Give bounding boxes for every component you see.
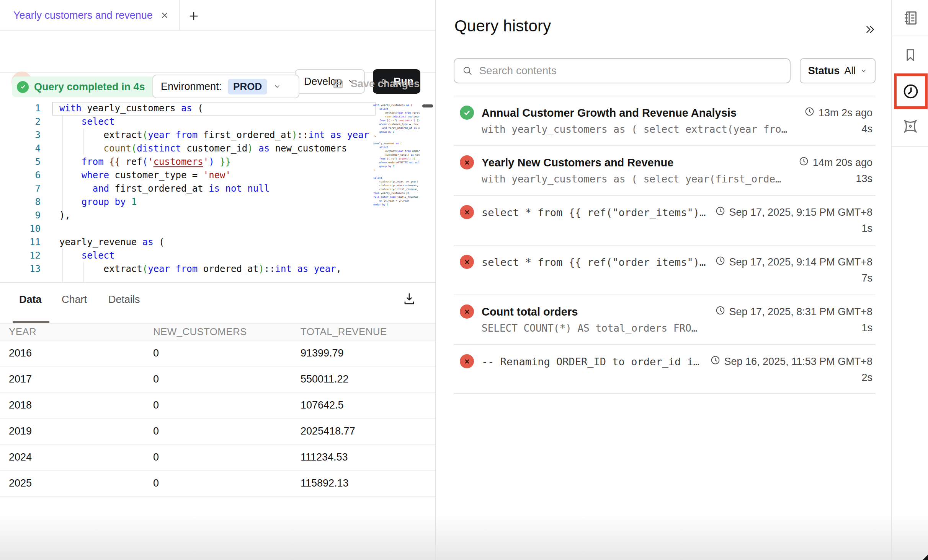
table-row: 20170550011.22 — [0, 366, 435, 392]
query-status-badge: Query completed in 4s — [12, 77, 155, 97]
table-row: 201902025418.77 — [0, 418, 435, 444]
notebook-icon[interactable] — [892, 8, 928, 28]
history-item-title: Count total orders — [482, 306, 715, 318]
scrollbar-thumb[interactable] — [422, 104, 433, 107]
history-item[interactable]: select * from {{ ref("order_items")…Sep … — [454, 245, 876, 295]
download-results-button[interactable] — [400, 290, 418, 308]
query-history-title: Query history — [454, 17, 551, 35]
table-cell: 107642.5 — [301, 399, 435, 411]
history-item-time: 13m 2s ago — [804, 106, 872, 119]
history-item-title: select * from {{ ref("order_items")… — [482, 256, 715, 268]
code-lines: with yearly_customers as ( select extrac… — [59, 102, 372, 276]
status-filter-label: Status — [808, 65, 840, 77]
table-cell: 0 — [153, 373, 301, 385]
history-item-row2: 2s — [482, 372, 872, 384]
query-history-rail-button[interactable] — [894, 73, 928, 109]
clock-icon — [715, 256, 725, 269]
query-history-panel: Query history Status All Annual Customer… — [435, 0, 891, 560]
rail-divider — [892, 146, 928, 147]
history-item-snippet: with yearly_customers as ( select extrac… — [482, 124, 861, 135]
history-item-row2: 1s — [482, 223, 872, 234]
tab-yearly-customers-and-revenue[interactable]: Yearly customers and revenue — [0, 0, 180, 31]
environment-select[interactable]: Environment: PROD — [152, 75, 299, 98]
history-item-row2: with yearly_customers as ( select extrac… — [482, 123, 872, 135]
sql-code-editor[interactable]: 12345678910111213 with yearly_customers … — [0, 100, 435, 283]
time-text: Sep 17, 2025, 9:14 PM GMT+8 — [729, 256, 872, 268]
results-table-header: YEARNEW_CUSTOMERSTOTAL_REVENUE — [0, 324, 435, 340]
line-number: 13 — [0, 262, 41, 276]
table-row: 2016091399.79 — [0, 340, 435, 366]
clock-icon — [715, 206, 725, 219]
minimap[interactable]: with yearly_customers as ( select extrac… — [373, 103, 420, 279]
history-item-snippet: with yearly_customers as ( select year(f… — [482, 173, 856, 185]
history-item-main: select * from {{ ref("order_items")…Sep … — [482, 246, 872, 295]
success-status-icon — [460, 106, 474, 120]
column-header: TOTAL_REVENUE — [301, 326, 435, 338]
table-cell: 0 — [153, 451, 301, 463]
editor-panel: Yearly customers and revenue BL Your sav… — [0, 0, 435, 560]
history-item[interactable]: -- Renaming ORDER_ID to order_id i…Sep 1… — [454, 344, 876, 394]
line-number: 12 — [0, 249, 41, 262]
collapse-panel-icon[interactable] — [862, 21, 879, 38]
history-item-row2: 7s — [482, 272, 872, 284]
time-text: Sep 17, 2025, 9:15 PM GMT+8 — [729, 207, 872, 218]
line-number: 4 — [0, 142, 41, 155]
status-filter-dropdown[interactable]: Status All — [800, 58, 876, 83]
line-number: 2 — [0, 115, 41, 129]
error-status-icon — [460, 354, 474, 368]
results-tab-strip: DataChartDetails — [0, 283, 435, 324]
history-item-time: Sep 17, 2025, 9:14 PM GMT+8 — [715, 256, 872, 269]
time-text: Sep 17, 2025, 8:31 PM GMT+8 — [729, 306, 872, 318]
query-status-text: Query completed in 4s — [34, 81, 145, 93]
lineage-icon[interactable] — [892, 117, 928, 136]
history-search-box[interactable] — [454, 58, 791, 83]
line-numbers: 12345678910111213 — [0, 102, 41, 276]
code-line: and first_ordered_at is not null — [59, 182, 372, 195]
history-item[interactable]: Count total ordersSep 17, 2025, 8:31 PM … — [454, 295, 876, 344]
chevron-down-icon — [860, 67, 867, 74]
code-line: where customer_type = 'new' — [59, 169, 372, 182]
results-tab-details[interactable]: Details — [108, 294, 140, 306]
history-item-main: Yearly New Customers and Revenue14m 20s … — [482, 146, 872, 195]
app-window: Yearly customers and revenue BL Your sav… — [0, 0, 928, 560]
table-cell: 2017 — [9, 373, 153, 385]
clock-icon — [715, 305, 725, 318]
history-item-row1: select * from {{ ref("order_items")…Sep … — [482, 256, 872, 269]
table-cell: 0 — [153, 477, 301, 489]
history-item[interactable]: Yearly New Customers and Revenue14m 20s … — [454, 145, 876, 195]
results-tab-chart[interactable]: Chart — [62, 294, 87, 306]
history-item[interactable]: Annual Customer Growth and Revenue Analy… — [454, 96, 876, 145]
close-tab-icon[interactable] — [159, 10, 170, 21]
table-row: 20250115892.13 — [0, 470, 435, 497]
download-icon — [402, 291, 417, 306]
results-tab-data[interactable]: Data — [19, 294, 42, 306]
history-item[interactable]: select * from {{ ref("order_items")…Sep … — [454, 195, 876, 245]
line-number: 6 — [0, 169, 41, 182]
history-item-duration: 1s — [861, 322, 872, 334]
history-item-title: Yearly New Customers and Revenue — [482, 156, 799, 169]
table-cell: 115892.13 — [301, 477, 435, 489]
line-number: 1 — [0, 102, 41, 115]
table-row: 20240111234.53 — [0, 444, 435, 470]
table-cell: 2024 — [9, 451, 153, 463]
error-status-icon — [460, 155, 474, 169]
check-circle-icon — [17, 81, 29, 93]
save-changes-button[interactable]: Save changes — [332, 77, 420, 90]
line-number: 10 — [0, 222, 41, 236]
bookmark-icon[interactable] — [892, 46, 928, 64]
chevron-down-icon — [273, 83, 281, 90]
save-icon — [332, 77, 345, 90]
time-text: 13m 2s ago — [819, 107, 872, 119]
save-changes-label: Save changes — [351, 78, 420, 90]
search-input[interactable] — [479, 65, 782, 77]
active-tab-underline — [13, 321, 49, 323]
history-item-row1: select * from {{ ref("order_items")…Sep … — [482, 206, 872, 219]
line-number: 8 — [0, 195, 41, 209]
column-header: NEW_CUSTOMERS — [153, 326, 301, 338]
new-tab-button[interactable] — [186, 8, 201, 24]
code-line: extract(year from ordered_at)::int as ye… — [59, 262, 372, 276]
resize-grip[interactable] — [923, 555, 928, 560]
code-line — [59, 222, 372, 236]
history-item-row1: Yearly New Customers and Revenue14m 20s … — [482, 156, 872, 169]
code-line: ), — [59, 209, 372, 222]
